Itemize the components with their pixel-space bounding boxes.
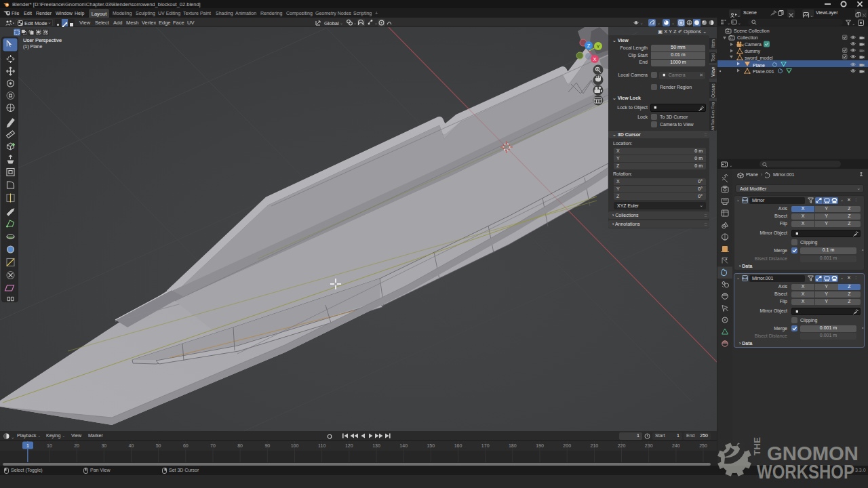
svg-text:Plane.001: Plane.001 bbox=[753, 69, 774, 74]
svg-text:130: 130 bbox=[372, 443, 380, 448]
svg-text:160: 160 bbox=[454, 443, 462, 448]
svg-text:⌄: ⌄ bbox=[671, 21, 675, 25]
svg-text:40: 40 bbox=[129, 443, 134, 448]
svg-text:Collection: Collection bbox=[737, 35, 758, 40]
svg-text:Scene Collection: Scene Collection bbox=[734, 28, 770, 33]
svg-text:⌄: ⌄ bbox=[11, 434, 14, 439]
svg-text:240: 240 bbox=[672, 443, 680, 448]
svg-text:⌄: ⌄ bbox=[738, 20, 741, 25]
svg-text:⌄: ⌄ bbox=[810, 14, 814, 18]
svg-text:⌄: ⌄ bbox=[852, 20, 855, 25]
svg-text:Y: Y bbox=[596, 43, 599, 49]
svg-text:60: 60 bbox=[183, 443, 189, 448]
svg-text:Plane: Plane bbox=[753, 63, 765, 68]
svg-text:⌄: ⌄ bbox=[374, 21, 378, 25]
svg-text:⌄: ⌄ bbox=[340, 21, 343, 25]
svg-text:Z: Z bbox=[587, 43, 591, 49]
svg-text:⌄: ⌄ bbox=[729, 162, 732, 167]
svg-text:180: 180 bbox=[509, 443, 517, 448]
svg-text:10: 10 bbox=[47, 443, 52, 448]
svg-text:X: X bbox=[593, 56, 596, 62]
svg-text:70: 70 bbox=[210, 443, 216, 448]
svg-text:Global: Global bbox=[324, 20, 339, 26]
svg-text:1: 1 bbox=[26, 443, 29, 448]
svg-text:190: 190 bbox=[536, 443, 544, 448]
svg-text:THE: THE bbox=[752, 437, 762, 456]
svg-text:100: 100 bbox=[291, 443, 299, 448]
svg-text:⌄: ⌄ bbox=[657, 21, 660, 25]
svg-text:150: 150 bbox=[427, 443, 435, 448]
svg-text:90: 90 bbox=[264, 443, 270, 448]
svg-text:120: 120 bbox=[345, 443, 353, 448]
svg-text:110: 110 bbox=[318, 443, 326, 448]
svg-text:dummy: dummy bbox=[745, 49, 760, 54]
svg-text:210: 210 bbox=[591, 443, 599, 448]
svg-text:80: 80 bbox=[237, 443, 243, 448]
svg-text:200: 200 bbox=[563, 443, 571, 448]
svg-text:⌄: ⌄ bbox=[640, 21, 644, 25]
svg-text:sword_model: sword_model bbox=[745, 56, 773, 61]
svg-text:⌄: ⌄ bbox=[727, 20, 730, 25]
svg-text:220: 220 bbox=[618, 443, 626, 448]
svg-text:Camera: Camera bbox=[745, 42, 762, 47]
svg-text:230: 230 bbox=[645, 443, 653, 448]
svg-text:30: 30 bbox=[101, 443, 106, 448]
svg-text:⌄: ⌄ bbox=[353, 21, 357, 25]
svg-text:140: 140 bbox=[399, 443, 408, 448]
svg-text:WORKSHOP: WORKSHOP bbox=[757, 461, 854, 483]
svg-text:20: 20 bbox=[74, 443, 79, 448]
svg-text:50: 50 bbox=[156, 443, 161, 448]
svg-text:250: 250 bbox=[699, 443, 707, 448]
svg-text:170: 170 bbox=[481, 443, 490, 448]
